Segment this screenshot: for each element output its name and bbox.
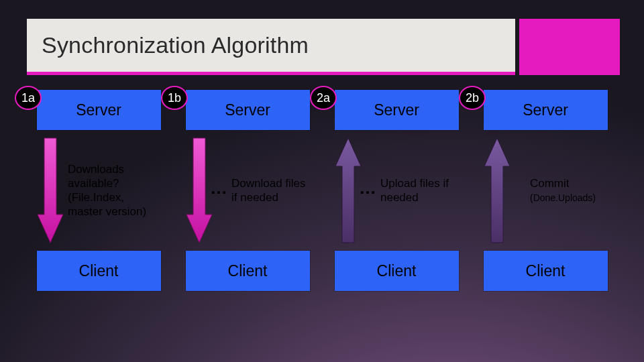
server-box: Server (335, 90, 459, 130)
step-middle: Downloads available? (File.Index, master… (24, 130, 173, 251)
accent-box (519, 19, 620, 75)
client-box: Client (335, 251, 459, 291)
step-middle: Commit (Done.Uploads) (471, 130, 620, 251)
client-box: Client (37, 251, 161, 291)
step-message-sub: (Done.Uploads) (530, 192, 596, 203)
client-box: Client (186, 251, 310, 291)
step-badge: 1a (15, 86, 42, 110)
step-message: Upload files if needed (380, 176, 461, 205)
title-box: Synchronization Algorithm (27, 19, 515, 75)
step-message-main: Commit (530, 177, 570, 190)
column-2b: 2b Server Commit (Done.Uploads) (471, 90, 620, 291)
server-box: Server (37, 90, 161, 130)
server-box: Server (186, 90, 310, 130)
arrow-up-icon (483, 135, 511, 245)
server-box: Server (484, 90, 608, 130)
diagram-columns: 1a Server Downloads available? (File.Ind… (24, 90, 620, 291)
step-badge: 2b (459, 86, 486, 110)
column-2a: 2a Server … Upload files if needed Clien… (322, 90, 471, 291)
title-bar: Synchronization Algorithm (27, 19, 620, 75)
slide: Synchronization Algorithm 1a Server Down… (0, 0, 644, 362)
column-1b: 1b Server … Download files if needed Cli… (173, 90, 322, 291)
slide-title: Synchronization Algorithm (42, 32, 309, 58)
step-message: Commit (Done.Uploads) (530, 176, 596, 205)
column-1a: 1a Server Downloads available? (File.Ind… (24, 90, 173, 291)
step-badge: 1b (161, 86, 188, 110)
client-box: Client (484, 251, 608, 291)
step-message: Downloads available? (File.Index, master… (68, 162, 162, 219)
step-middle: … Upload files if needed (322, 130, 471, 251)
step-middle: … Download files if needed (173, 130, 322, 251)
step-badge: 2a (310, 86, 337, 110)
arrow-up-icon (334, 135, 362, 245)
arrow-down-icon (185, 135, 213, 245)
arrow-down-icon (36, 135, 64, 245)
step-message: Download files if needed (231, 176, 312, 205)
